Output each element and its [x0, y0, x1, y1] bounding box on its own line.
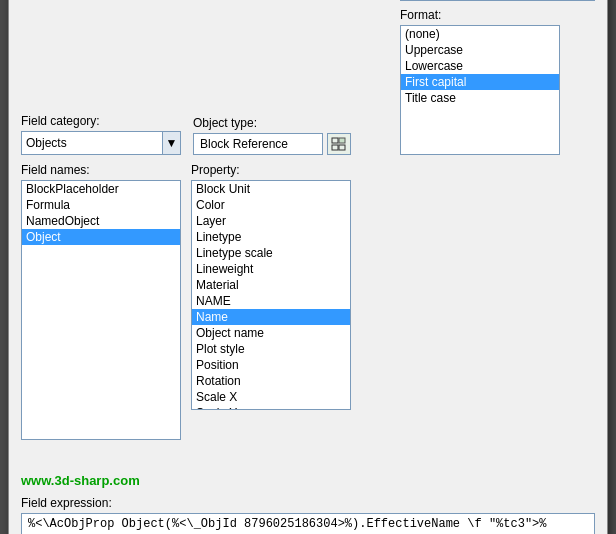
field-names-listbox[interactable]: BlockPlaceholderFormulaNamedObjectObject: [21, 180, 181, 440]
property-item[interactable]: Plot style: [192, 341, 350, 357]
field-category-label: Field category:: [21, 114, 181, 128]
property-item[interactable]: Material: [192, 277, 350, 293]
field-names-item[interactable]: Object: [22, 229, 180, 245]
property-item[interactable]: NAME: [192, 293, 350, 309]
object-type-section: Object type: Block Reference: [193, 116, 388, 155]
field-category-select[interactable]: Objects: [22, 134, 162, 152]
field-names-item[interactable]: BlockPlaceholder: [22, 181, 180, 197]
main-panels: Field names: BlockPlaceholderFormulaName…: [21, 163, 595, 488]
format-item[interactable]: First capital: [401, 74, 559, 90]
property-item[interactable]: Scale Y: [192, 405, 350, 410]
svg-rect-3: [339, 145, 345, 150]
svg-rect-1: [339, 138, 345, 143]
field-category-section: Field category: Objects ▼: [21, 114, 181, 155]
field-dialog: F Field – □ ✕ Field category: Objects ▼: [8, 0, 608, 534]
object-type-value: Block Reference: [193, 133, 323, 155]
property-item[interactable]: Layer: [192, 213, 350, 229]
format-item[interactable]: Uppercase: [401, 42, 559, 58]
format-item[interactable]: Lowercase: [401, 58, 559, 74]
format-label: Format:: [400, 8, 595, 22]
format-item[interactable]: (none): [401, 26, 559, 42]
field-expression-label: Field expression:: [21, 496, 595, 510]
svg-rect-2: [332, 145, 338, 150]
property-item[interactable]: Color: [192, 197, 350, 213]
preview-section: Preview: 210_013_PUW_250_10H10I Format: …: [400, 0, 595, 155]
property-item[interactable]: Rotation: [192, 373, 350, 389]
svg-rect-0: [332, 138, 338, 143]
property-item[interactable]: Block Unit: [192, 181, 350, 197]
field-names-item[interactable]: NamedObject: [22, 213, 180, 229]
object-type-select-button[interactable]: [327, 133, 351, 155]
select-icon: [331, 137, 347, 151]
property-label: Property:: [191, 163, 351, 177]
property-listbox[interactable]: Block UnitColorLayerLinetypeLinetype sca…: [191, 180, 351, 410]
field-expression-area: 𝈈: [21, 513, 595, 535]
property-panel: Property: Block UnitColorLayerLinetypeLi…: [191, 163, 351, 488]
field-expression-section: Field expression: 𝈈: [21, 496, 595, 535]
property-item[interactable]: Scale X: [192, 389, 350, 405]
format-section: Format: (none)UppercaseLowercaseFirst ca…: [400, 8, 595, 155]
field-names-panel: Field names: BlockPlaceholderFormulaName…: [21, 163, 181, 488]
property-item[interactable]: Linetype: [192, 229, 350, 245]
property-item[interactable]: Object name: [192, 325, 350, 341]
property-item[interactable]: Name: [192, 309, 350, 325]
format-listbox[interactable]: (none)UppercaseLowercaseFirst capitalTit…: [400, 25, 560, 155]
field-category-dropdown[interactable]: Objects ▼: [21, 131, 181, 155]
property-item[interactable]: Linetype scale: [192, 245, 350, 261]
field-expression-input[interactable]: [21, 513, 595, 535]
watermark: www.3d-sharp.com: [21, 473, 181, 488]
property-item[interactable]: Position: [192, 357, 350, 373]
top-row: Field category: Objects ▼ Object type: B…: [21, 0, 595, 155]
field-category-arrow[interactable]: ▼: [162, 132, 180, 154]
field-names-label: Field names:: [21, 163, 181, 177]
object-type-label: Object type:: [193, 116, 388, 130]
property-item[interactable]: Lineweight: [192, 261, 350, 277]
window-body: Field category: Objects ▼ Object type: B…: [9, 0, 607, 534]
preview-value: 210_013_PUW_250_10H10I: [400, 0, 595, 1]
field-names-item[interactable]: Formula: [22, 197, 180, 213]
object-type-input-row: Block Reference: [193, 133, 388, 155]
format-item[interactable]: Title case: [401, 90, 559, 106]
